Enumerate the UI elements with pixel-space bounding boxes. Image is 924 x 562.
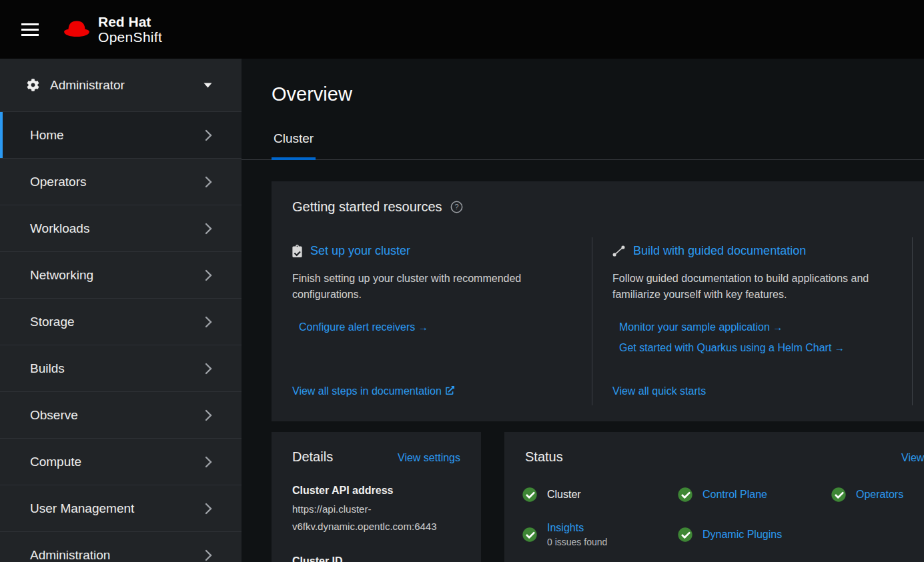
sidebar-item-home[interactable]: Home — [0, 112, 242, 159]
chevron-right-icon — [205, 456, 212, 468]
insights-issues-count: 0 issues found — [547, 537, 607, 547]
cluster-status-label: Cluster — [547, 489, 581, 501]
sidebar-item-label: Administration — [30, 548, 110, 562]
sidebar-item-administration[interactable]: Administration — [0, 532, 242, 562]
cluster-api-address-label: Cluster API address — [292, 485, 460, 497]
link-label: View all quick starts — [612, 385, 706, 397]
sidebar-item-operators[interactable]: Operators — [0, 159, 242, 205]
sidebar-item-label: User Management — [30, 501, 134, 516]
link-label: Configure alert receivers — [299, 321, 415, 333]
redhat-logo-icon — [63, 19, 91, 39]
status-item-cluster: Cluster — [522, 487, 678, 502]
sidebar-item-label: Builds — [30, 361, 65, 376]
status-item-control-plane: Control Plane — [678, 487, 831, 502]
external-link-icon — [446, 386, 454, 395]
help-icon[interactable]: ? — [450, 201, 463, 213]
page-header: Overview — [242, 59, 924, 123]
arrow-right-icon: → — [418, 321, 428, 333]
sidebar-item-label: Storage — [30, 315, 75, 329]
column-divider — [592, 237, 592, 405]
sidebar-item-networking[interactable]: Networking — [0, 252, 242, 299]
brand-text: Red Hat OpenShift — [98, 14, 162, 45]
tab-cluster[interactable]: Cluster — [272, 123, 316, 160]
sidebar-item-label: Operators — [30, 175, 86, 189]
sidebar-item-workloads[interactable]: Workloads — [0, 205, 242, 252]
details-title: Details — [292, 449, 333, 465]
view-all-quick-starts-link[interactable]: View all quick starts — [612, 385, 706, 397]
guided-docs-link[interactable]: Build with guided documentation — [633, 243, 806, 259]
sidebar-item-storage[interactable]: Storage — [0, 299, 242, 345]
monitor-sample-app-link[interactable]: Monitor your sample application → — [619, 321, 892, 333]
sidebar-item-label: Observe — [30, 408, 78, 423]
quarkus-helm-chart-link[interactable]: Get started with Quarkus using a Helm Ch… — [619, 342, 892, 354]
guided-docs-description: Follow guided documentation to build app… — [612, 271, 892, 303]
link-label: View all steps in documentation — [292, 385, 442, 397]
cluster-api-address-value: https://api.cluster-v6fkv.dynamic.opentl… — [292, 501, 460, 535]
setup-cluster-link[interactable]: Set up your cluster — [310, 243, 410, 259]
chevron-right-icon — [205, 316, 212, 328]
getting-started-title: Getting started resources — [292, 199, 442, 215]
task-list-icon — [292, 245, 302, 257]
view-settings-link[interactable]: View settings — [398, 452, 460, 464]
chevron-right-icon — [205, 363, 212, 375]
arrow-right-icon: → — [773, 321, 783, 333]
chevron-right-icon — [205, 223, 212, 235]
status-item-insights: Insights 0 issues found — [522, 522, 678, 547]
chevron-right-icon — [205, 269, 212, 281]
sidebar-item-user-management[interactable]: User Management — [0, 485, 242, 532]
sidebar-nav-list: Home Operators Workloads Networking Stor… — [0, 112, 242, 562]
link-label: Monitor your sample application — [619, 321, 770, 333]
status-grid-spacer — [831, 522, 903, 547]
sidebar-nav: Administrator Home Operators Workloads N… — [0, 59, 242, 562]
insights-status-link[interactable]: Insights — [547, 522, 584, 533]
status-item-dynamic-plugins: Dynamic Plugins — [678, 522, 831, 547]
tab-bar: Cluster — [242, 123, 924, 160]
chevron-right-icon — [205, 129, 212, 141]
check-circle-icon — [522, 527, 537, 542]
sidebar-item-label: Workloads — [30, 221, 89, 236]
main-content: Overview Cluster Getting started resourc… — [242, 59, 924, 562]
details-card: Details View settings Cluster API addres… — [272, 432, 481, 562]
chevron-right-icon — [205, 409, 212, 421]
caret-down-icon — [203, 83, 212, 88]
getting-started-card: Getting started resources ? Set up your … — [272, 181, 924, 421]
status-grid: Cluster Control Plane Operators — [522, 487, 903, 547]
view-all-steps-link[interactable]: View all steps in documentation — [292, 385, 454, 397]
setup-cluster-description: Finish setting up your cluster with reco… — [292, 271, 572, 303]
brand-logo[interactable]: Red Hat OpenShift — [63, 14, 162, 45]
nav-toggle-button[interactable] — [15, 17, 45, 43]
brand-line1: Red Hat — [98, 14, 162, 29]
view-alerts-link[interactable]: View alerts — [901, 452, 924, 464]
perspective-switcher[interactable]: Administrator — [0, 59, 242, 112]
dynamic-plugins-status-link[interactable]: Dynamic Plugins — [703, 529, 782, 541]
cluster-id-label: Cluster ID — [292, 555, 460, 562]
control-plane-status-link[interactable]: Control Plane — [703, 489, 767, 501]
status-item-operators: Operators — [831, 487, 903, 502]
link-label: Get started with Quarkus using a Helm Ch… — [619, 342, 831, 353]
perspective-label: Administrator — [50, 78, 203, 93]
masthead: Red Hat OpenShift — [0, 0, 924, 59]
check-circle-icon — [831, 487, 846, 502]
gear-icon — [27, 79, 39, 91]
guided-docs-column: Build with guided documentation Follow g… — [612, 243, 892, 405]
operators-status-link[interactable]: Operators — [856, 489, 903, 501]
arrow-right-icon: → — [835, 342, 845, 353]
sidebar-item-label: Networking — [30, 268, 93, 283]
chevron-right-icon — [205, 549, 212, 561]
status-title: Status — [525, 449, 563, 465]
chevron-right-icon — [205, 176, 212, 188]
sidebar-item-compute[interactable]: Compute — [0, 439, 242, 485]
hamburger-icon — [21, 23, 39, 36]
svg-text:?: ? — [454, 203, 458, 211]
column-divider — [912, 237, 913, 405]
sidebar-item-observe[interactable]: Observe — [0, 392, 242, 439]
sidebar-item-label: Compute — [30, 455, 81, 469]
configure-alert-receivers-link[interactable]: Configure alert receivers → — [299, 321, 572, 333]
overview-content: Getting started resources ? Set up your … — [242, 160, 924, 562]
sidebar-item-builds[interactable]: Builds — [0, 345, 242, 392]
check-circle-icon — [522, 487, 537, 502]
check-circle-icon — [678, 527, 692, 542]
guided-docs-icon — [612, 245, 625, 257]
check-circle-icon — [678, 487, 692, 502]
setup-cluster-column: Set up your cluster Finish setting up yo… — [292, 243, 572, 405]
